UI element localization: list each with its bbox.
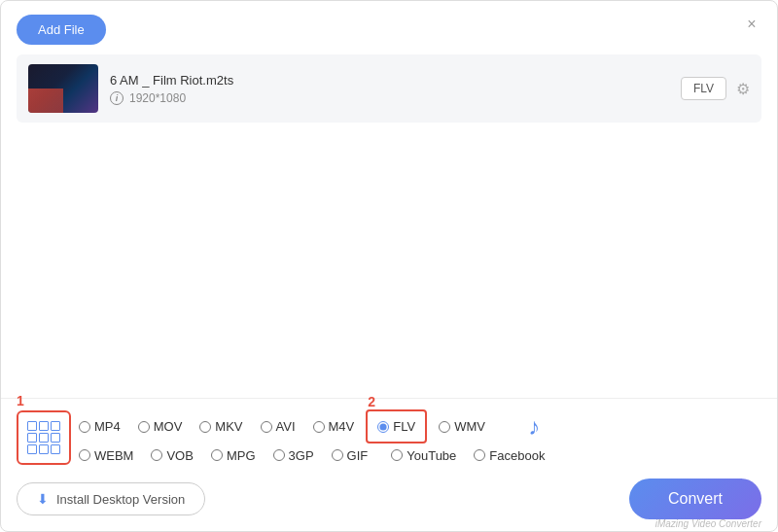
- file-resolution: 1920*1080: [129, 91, 186, 105]
- format-gif[interactable]: GIF: [332, 448, 369, 463]
- format-section: 1 MP4 MOV MKV: [17, 410, 761, 465]
- file-name: 6 AM _ Film Riot.m2ts: [110, 73, 669, 88]
- format-youtube[interactable]: YouTube: [391, 448, 456, 463]
- step-2-label: 2: [368, 394, 375, 409]
- file-thumbnail: [28, 64, 98, 113]
- format-3gp[interactable]: 3GP: [273, 448, 314, 463]
- format-mpg[interactable]: MPG: [211, 448, 256, 463]
- settings-icon[interactable]: ⚙: [736, 80, 750, 98]
- format-row-2: WEBM VOB MPG 3GP GIF YouT: [79, 448, 761, 463]
- format-m4v[interactable]: M4V: [313, 419, 355, 434]
- watermark: iMazing Video Converter: [655, 518, 761, 529]
- add-file-button[interactable]: Add File: [17, 15, 106, 45]
- step-1-label: 1: [17, 393, 24, 408]
- format-vob[interactable]: VOB: [151, 448, 193, 463]
- format-wmv[interactable]: WMV: [439, 419, 485, 434]
- format-mov[interactable]: MOV: [138, 419, 183, 434]
- main-window: × Add File 6 AM _ Film Riot.m2ts i 1920*…: [0, 0, 778, 532]
- format-mkv[interactable]: MKV: [199, 419, 242, 434]
- format-facebook[interactable]: Facebook: [474, 448, 545, 463]
- file-meta: i 1920*1080: [110, 91, 669, 105]
- format-webm[interactable]: WEBM: [79, 448, 133, 463]
- grid-icon: [27, 421, 60, 454]
- bottom-panel: 1 MP4 MOV MKV: [1, 398, 777, 531]
- close-button[interactable]: ×: [742, 15, 761, 34]
- file-item: 6 AM _ Film Riot.m2ts i 1920*1080 FLV ⚙: [17, 54, 761, 123]
- header: Add File: [1, 1, 777, 54]
- music-note-icon: ♪: [528, 413, 540, 441]
- install-btn-label: Install Desktop Version: [56, 492, 185, 507]
- install-desktop-button[interactable]: ⬇ Install Desktop Version: [17, 482, 205, 515]
- file-actions: FLV ⚙: [681, 77, 750, 100]
- bottom-actions: ⬇ Install Desktop Version Convert: [17, 479, 761, 519]
- audio-format-icon[interactable]: ♪: [511, 413, 557, 441]
- format-mp4[interactable]: MP4: [79, 419, 121, 434]
- download-arrow-icon: ⬇: [37, 491, 49, 507]
- video-format-icon-box[interactable]: 1: [17, 410, 71, 465]
- format-row-1: MP4 MOV MKV AVI M4V: [79, 413, 761, 441]
- format-avi[interactable]: AVI: [261, 419, 296, 434]
- info-icon[interactable]: i: [110, 91, 124, 105]
- file-info: 6 AM _ Film Riot.m2ts i 1920*1080: [110, 73, 669, 105]
- content-area: [1, 123, 777, 356]
- radio-groups: MP4 MOV MKV AVI M4V: [79, 413, 761, 463]
- convert-button[interactable]: Convert: [629, 479, 761, 519]
- format-badge[interactable]: FLV: [681, 77, 726, 100]
- format-flv[interactable]: 2 FLV: [371, 415, 421, 438]
